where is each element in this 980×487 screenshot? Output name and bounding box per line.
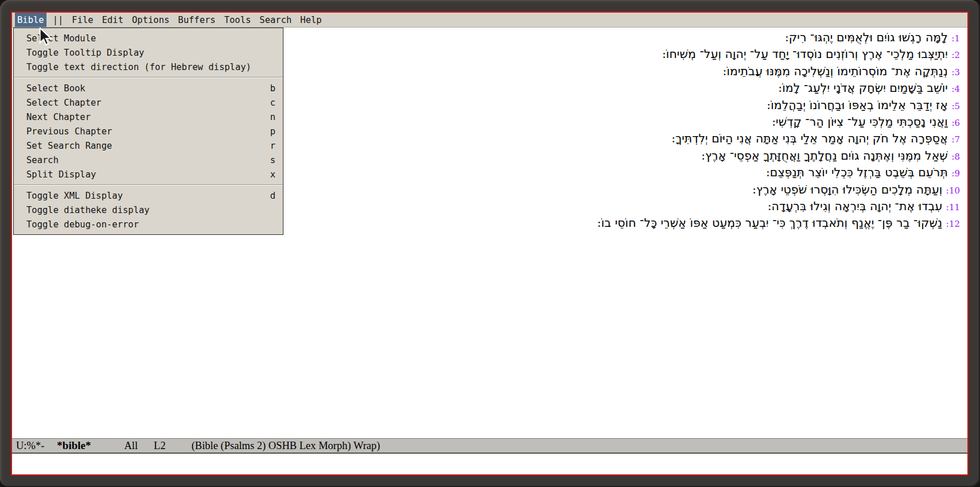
- menu-separator: [14, 184, 283, 185]
- verse-number: 4:: [951, 84, 960, 94]
- menu-item-label: Previous Chapter: [26, 126, 112, 137]
- menubar-item-search[interactable]: Search: [257, 13, 294, 27]
- menu-item-label: Toggle debug-on-error: [26, 219, 139, 230]
- menu-item-shortcut: p: [270, 126, 275, 137]
- menubar-item-bible[interactable]: Bible: [15, 13, 46, 27]
- menu-item-select-module[interactable]: Select Module: [14, 31, 283, 45]
- menubar-item-[interactable]: ||: [50, 13, 66, 27]
- menu-separator: [14, 77, 283, 78]
- verse-number: 10:: [946, 185, 960, 196]
- verse-text: לָמָּה רָגְשׁוּ גוֹיִם וּלְאֻמִּים יֶהְג…: [785, 30, 951, 44]
- verse-text: נְנַתְּקָה אֶת־ מוֹסְרוֹתֵימוֹ וְנַשְׁלִ…: [723, 64, 952, 78]
- verse-text: עִבְדוּ אֶת־ יְהוָה בְּיִרְאָה וְגִילוּ …: [768, 199, 946, 213]
- menu-item-toggle-debug-on-error[interactable]: Toggle debug-on-error: [14, 217, 283, 231]
- menu-item-toggle-text-direction-for-hebrew-display-[interactable]: Toggle text direction (for Hebrew displa…: [14, 60, 283, 74]
- modeline-buffer-name: *bible*: [57, 439, 91, 452]
- verse-number: 1:: [951, 33, 960, 44]
- menubar-item-help[interactable]: Help: [298, 13, 324, 27]
- menu-item-toggle-tooltip-display[interactable]: Toggle Tooltip Display: [14, 45, 283, 60]
- menu-item-toggle-xml-display[interactable]: Toggle XML Displayd: [14, 188, 283, 203]
- menu-item-label: Toggle XML Display: [26, 191, 123, 201]
- verse-number: 8:: [951, 152, 960, 162]
- menu-bar: Bible||FileEditOptionsBuffersToolsSearch…: [12, 13, 967, 28]
- menu-item-shortcut: d: [270, 191, 275, 201]
- menu-item-toggle-diatheke-display[interactable]: Toggle diatheke display: [14, 203, 283, 217]
- echo-area[interactable]: [12, 454, 967, 474]
- verse-text: וְעַתָּה מְלָכִים הַשְׂכִּילוּ הִוָּסְרו…: [752, 183, 946, 196]
- menu-item-label: Select Book: [26, 83, 85, 94]
- menu-item-split-display[interactable]: Split Displayx: [14, 167, 283, 181]
- menu-item-set-search-range[interactable]: Set Search Ranger: [14, 138, 283, 153]
- verse-text: נַשְּׁקוּ־ בַר פֶּן־ יֶאֱנַף וְתֹאבְדוּ …: [597, 216, 946, 230]
- menu-item-shortcut: s: [270, 155, 275, 165]
- verse-number: 3:: [951, 67, 960, 78]
- menu-item-shortcut: n: [270, 112, 275, 122]
- verse-text: שְׁאַל מִמֶּנִּי וְאֶתְּנָה גוֹיִם נַחֲל…: [701, 149, 951, 163]
- verse-text: יִתְיַצְּבוּ מַלְכֵי־ אֶרֶץ וְרוֹזְנִים …: [662, 47, 951, 61]
- menubar-item-edit[interactable]: Edit: [100, 13, 126, 27]
- verse-number: 7:: [951, 134, 960, 145]
- verse-number: 9:: [951, 168, 960, 179]
- menu-item-label: Set Search Range: [26, 141, 112, 151]
- window-frame: Bible||FileEditOptionsBuffersToolsSearch…: [0, 0, 980, 487]
- menu-item-label: Select Module: [26, 33, 96, 44]
- menu-item-label: Toggle text direction (for Hebrew displa…: [26, 62, 251, 72]
- menu-item-shortcut: b: [270, 83, 275, 94]
- menu-item-select-book[interactable]: Select Bookb: [14, 81, 283, 95]
- menu-item-label: Toggle Tooltip Display: [26, 48, 144, 58]
- menu-item-shortcut: c: [270, 98, 275, 108]
- verse-number: 6:: [951, 118, 960, 128]
- menubar-item-file[interactable]: File: [69, 13, 95, 27]
- bible-menu-dropdown: Select ModuleToggle Tooltip DisplayToggl…: [13, 28, 283, 235]
- verse-text: אָז יְדַבֵּר אֵלֵימוֹ בְאַפּוֹ וּבַחֲרוֹ…: [767, 98, 951, 112]
- modeline-line-number: L2: [154, 440, 166, 452]
- mode-line[interactable]: U:%*- *bible* All L2 (Bible (Psalms 2) O…: [12, 438, 967, 454]
- verse-text: וַאֲנִי נָסַכְתִּי מַלְכִּי עַל־ צִיּוֹן…: [772, 115, 951, 129]
- menubar-item-buffers[interactable]: Buffers: [176, 13, 217, 27]
- verse-number: 5:: [951, 101, 960, 111]
- menu-item-search[interactable]: Searchs: [14, 153, 283, 167]
- verse-number: 2:: [951, 50, 960, 60]
- menu-item-label: Split Display: [26, 169, 96, 180]
- modeline-modes: (Bible (Psalms 2) OSHB Lex Morph) Wrap): [192, 440, 380, 452]
- modeline-flags: U:%*-: [16, 440, 44, 452]
- menu-item-label: Toggle diatheke display: [26, 205, 150, 215]
- menubar-item-tools[interactable]: Tools: [222, 13, 254, 27]
- menu-item-label: Next Chapter: [26, 112, 91, 122]
- menu-item-label: Search: [26, 155, 59, 165]
- emacs-window: Bible||FileEditOptionsBuffersToolsSearch…: [11, 11, 969, 476]
- verse-text: יוֹשֵׁב בַּשָּׁמַיִם יִשְׂחָק אֲדֹנָי יִ…: [778, 81, 951, 95]
- menu-item-next-chapter[interactable]: Next Chaptern: [14, 110, 283, 124]
- modeline-position: All: [124, 440, 138, 452]
- menu-item-shortcut: r: [270, 141, 275, 151]
- verse-text: תְּרֹעֵם בְּשֵׁבֶט בַּרְזֶל כִּכְלִי יוֹ…: [766, 165, 951, 179]
- menu-item-select-chapter[interactable]: Select Chapterc: [14, 95, 283, 110]
- menu-item-previous-chapter[interactable]: Previous Chapterp: [14, 124, 283, 138]
- verse-number: 12:: [946, 219, 960, 229]
- verse-number: 11:: [946, 202, 960, 212]
- menu-item-label: Select Chapter: [26, 98, 102, 108]
- menu-item-shortcut: x: [270, 169, 275, 180]
- verse-text: אֲסַפְּרָה אֶל חֹק יְהוָה אָמַר אֵלַי בְ…: [671, 132, 951, 145]
- menubar-item-options[interactable]: Options: [130, 13, 172, 27]
